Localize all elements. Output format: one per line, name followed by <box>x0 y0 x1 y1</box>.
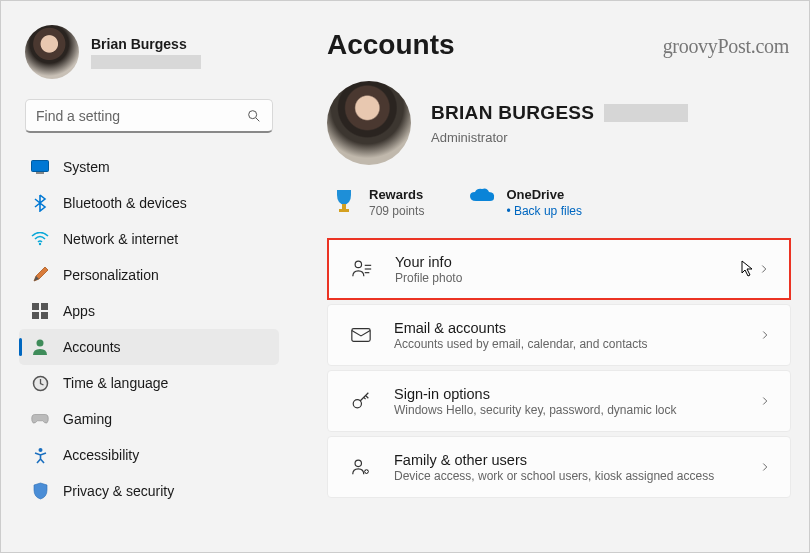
chevron-right-icon <box>757 262 771 276</box>
nav-item-personalization[interactable]: Personalization <box>19 257 279 293</box>
profile-name: Brian Burgess <box>91 36 201 52</box>
row-your-info[interactable]: Your info Profile photo <box>327 238 791 300</box>
avatar-large <box>327 81 411 165</box>
display-icon <box>31 158 49 176</box>
nav-item-privacy[interactable]: Privacy & security <box>19 473 279 509</box>
row-sub: Windows Hello, security key, password, d… <box>394 403 758 417</box>
svg-point-9 <box>37 340 44 347</box>
search-input[interactable] <box>36 108 246 124</box>
svg-rect-8 <box>41 312 48 319</box>
row-email-accounts[interactable]: Email & accounts Accounts used by email,… <box>327 304 791 366</box>
svg-rect-2 <box>32 161 49 172</box>
nav-item-time[interactable]: Time & language <box>19 365 279 401</box>
bluetooth-icon <box>31 194 49 212</box>
row-title: Family & other users <box>394 452 758 468</box>
svg-rect-13 <box>339 209 349 212</box>
row-title: Sign-in options <box>394 386 758 402</box>
svg-rect-5 <box>32 303 39 310</box>
avatar <box>25 25 79 79</box>
nav-item-bluetooth[interactable]: Bluetooth & devices <box>19 185 279 221</box>
svg-point-4 <box>39 243 41 245</box>
svg-point-20 <box>355 460 361 466</box>
family-icon <box>350 456 372 478</box>
tile-title: OneDrive <box>506 187 582 202</box>
nav-list: System Bluetooth & devices Network & int… <box>19 149 279 509</box>
row-title: Email & accounts <box>394 320 758 336</box>
svg-rect-7 <box>32 312 39 319</box>
wifi-icon <box>31 230 49 248</box>
tile-sub-link[interactable]: Back up files <box>506 204 582 218</box>
nav-label: Network & internet <box>63 231 178 247</box>
nav-item-gaming[interactable]: Gaming <box>19 401 279 437</box>
nav-item-system[interactable]: System <box>19 149 279 185</box>
tile-title: Rewards <box>369 187 424 202</box>
nav-item-accessibility[interactable]: Accessibility <box>19 437 279 473</box>
nav-item-accounts[interactable]: Accounts <box>19 329 279 365</box>
profile-email-redacted <box>91 55 201 69</box>
chevron-right-icon <box>758 460 772 474</box>
nav-label: Accessibility <box>63 447 139 463</box>
hero-name: BRIAN BURGESS <box>431 102 594 124</box>
tile-onedrive[interactable]: OneDrive Back up files <box>468 187 582 218</box>
nav-item-network[interactable]: Network & internet <box>19 221 279 257</box>
chevron-right-icon <box>758 394 772 408</box>
svg-point-0 <box>249 110 257 118</box>
shield-icon <box>31 482 49 500</box>
row-sub: Profile photo <box>395 271 809 285</box>
row-sub: Device access, work or school users, kio… <box>394 469 758 483</box>
person-icon <box>31 338 49 356</box>
search-box[interactable] <box>25 99 273 133</box>
your-info-icon <box>351 258 373 280</box>
nav-label: Time & language <box>63 375 168 391</box>
svg-rect-6 <box>41 303 48 310</box>
apps-icon <box>31 302 49 320</box>
svg-line-1 <box>256 118 259 121</box>
email-icon <box>350 324 372 346</box>
svg-point-14 <box>355 261 361 267</box>
nav-label: Gaming <box>63 411 112 427</box>
hero-email-redacted <box>604 104 688 122</box>
sidebar-profile[interactable]: Brian Burgess <box>19 19 279 93</box>
nav-label: Privacy & security <box>63 483 174 499</box>
svg-point-11 <box>38 448 42 452</box>
accessibility-icon <box>31 446 49 464</box>
row-family-users[interactable]: Family & other users Device access, work… <box>327 436 791 498</box>
svg-rect-18 <box>352 329 370 342</box>
paintbrush-icon <box>31 266 49 284</box>
gamepad-icon <box>31 410 49 428</box>
hero-role: Administrator <box>431 130 688 145</box>
svg-rect-3 <box>36 172 44 174</box>
rewards-icon <box>331 187 357 213</box>
nav-label: System <box>63 159 110 175</box>
nav-label: Apps <box>63 303 95 319</box>
row-sub: Accounts used by email, calendar, and co… <box>394 337 758 351</box>
clock-icon <box>31 374 49 392</box>
onedrive-icon <box>468 187 494 213</box>
watermark: groovyPost.com <box>663 35 789 58</box>
nav-label: Personalization <box>63 267 159 283</box>
search-icon <box>246 108 262 124</box>
nav-label: Bluetooth & devices <box>63 195 187 211</box>
row-signin-options[interactable]: Sign-in options Windows Hello, security … <box>327 370 791 432</box>
chevron-right-icon <box>758 328 772 342</box>
tile-rewards[interactable]: Rewards 709 points <box>331 187 424 218</box>
tile-sub: 709 points <box>369 204 424 218</box>
account-hero: BRIAN BURGESS Administrator <box>327 81 791 165</box>
nav-label: Accounts <box>63 339 121 355</box>
row-title: Your info <box>395 254 809 270</box>
key-icon <box>350 390 372 412</box>
svg-rect-12 <box>342 204 346 209</box>
nav-item-apps[interactable]: Apps <box>19 293 279 329</box>
